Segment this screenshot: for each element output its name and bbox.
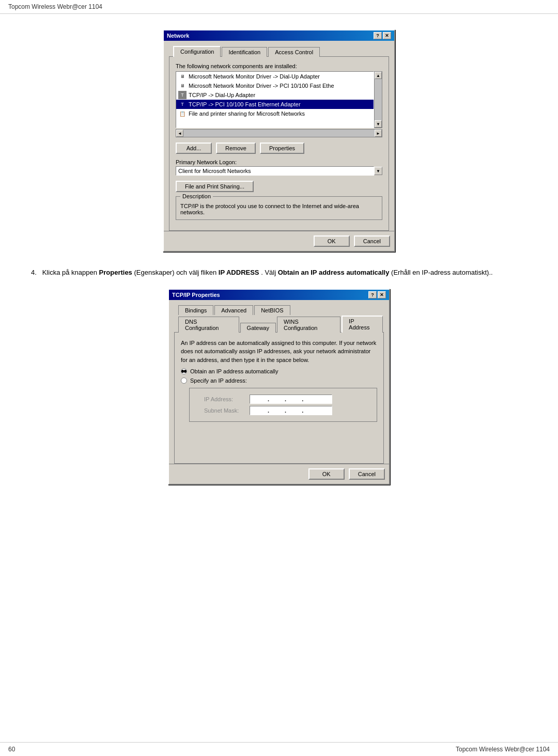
tcp-icon-selected: T	[178, 100, 187, 108]
subnet-mask-row: Subnet Mask: . . .	[204, 406, 373, 415]
action-buttons-row: Add... Remove Properties	[176, 143, 382, 154]
horizontal-scrollbar-area: ◄ ►	[176, 129, 382, 137]
radio-specify-row: Specify an IP address:	[181, 377, 377, 384]
scroll-left[interactable]: ◄	[176, 130, 183, 137]
tcpip-tab-row1: Bindings Advanced NetBIOS	[174, 305, 384, 315]
ip-seg1[interactable]	[252, 396, 268, 402]
subnet-seg3[interactable]	[286, 407, 302, 414]
step-intro: Klicka på knappen	[42, 269, 99, 276]
subnet-mask-label: Subnet Mask:	[204, 407, 245, 414]
network-title: Network	[167, 33, 189, 39]
subnet-mask-field[interactable]: . . .	[250, 406, 332, 415]
tcpip-help-button[interactable]: ?	[368, 291, 377, 298]
spacer	[181, 426, 377, 457]
ip-seg2[interactable]	[269, 396, 285, 402]
tab-ip-address[interactable]: IP Address	[342, 316, 383, 333]
ok-button[interactable]: OK	[314, 235, 350, 247]
tcpip-tab-row2: DNS Configuration Gateway WINS Configura…	[174, 316, 384, 333]
network-dialog-footer: OK Cancel	[164, 231, 394, 251]
tcpip-dialog: TCP/IP Properties ? ✕ Bindings Advanced	[168, 289, 390, 485]
ip-address-label: IP Address:	[204, 396, 245, 402]
subnet-seg2[interactable]	[269, 407, 285, 414]
tcpip-titlebar: TCP/IP Properties ? ✕	[169, 290, 389, 300]
network-dialog: Network ? ✕ Configuration Identification	[163, 29, 395, 252]
monitor-icon: 🖥	[178, 72, 187, 81]
tab-dns[interactable]: DNS Configuration	[178, 317, 239, 333]
tcpip-ok-button[interactable]: OK	[308, 468, 345, 480]
tab-configuration[interactable]: Configuration	[173, 46, 221, 57]
properties-button[interactable]: Properties	[260, 143, 304, 154]
subnet-seg1[interactable]	[252, 407, 268, 414]
ip-address-row: IP Address: . . .	[204, 395, 373, 404]
tcpip-cancel-button[interactable]: Cancel	[349, 468, 385, 480]
radio-specify-label: Specify an IP address:	[190, 377, 247, 384]
description-groupbox: Description TCP/IP is the protocol you u…	[176, 196, 382, 220]
remove-button[interactable]: Remove	[216, 143, 256, 154]
tcpip-title: TCP/IP Properties	[172, 292, 220, 298]
ip-seg3[interactable]	[286, 396, 302, 402]
tab-advanced[interactable]: Advanced	[214, 305, 253, 315]
file-print-sharing-button[interactable]: File and Print Sharing...	[176, 181, 254, 192]
list-item-text: Microsoft Network Monitor Driver -> Dial…	[189, 73, 320, 80]
scroll-h-track[interactable]	[183, 130, 375, 137]
help-button[interactable]: ?	[374, 32, 382, 39]
tab-identification[interactable]: Identification	[222, 47, 267, 57]
share-icon: 📋	[178, 109, 187, 118]
tab-gateway[interactable]: Gateway	[240, 323, 276, 333]
scroll-right[interactable]: ►	[375, 130, 382, 137]
list-item-text: TCP/IP -> PCI 10/100 Fast Ethernet Adapt…	[189, 101, 301, 107]
cancel-button[interactable]: Cancel	[354, 235, 390, 247]
network-tab-content: The following network components are ins…	[169, 56, 389, 231]
step-text4: (Erhåll en IP-adress automatiskt)..	[391, 269, 493, 276]
dropdown-arrow[interactable]: ▼	[374, 167, 382, 175]
scroll-track[interactable]	[375, 79, 382, 120]
step-text2: (Egenskaper) och välj fliken	[134, 269, 218, 276]
radio-obtain-auto-label: Obtain an IP address automatically	[190, 368, 278, 374]
footer-page-number: 60	[8, 746, 15, 753]
list-item-selected[interactable]: T TCP/IP -> PCI 10/100 Fast Ethernet Ada…	[176, 100, 374, 109]
ip-address-field[interactable]: . . .	[250, 395, 332, 404]
description-label: Description	[180, 193, 213, 199]
primary-logon-label: Primary Network Logon:	[176, 159, 382, 165]
scroll-up[interactable]: ▲	[375, 72, 382, 79]
radio-obtain-auto-row: Obtain an IP address automatically	[181, 368, 377, 374]
step-bold2: IP ADDRESS	[219, 269, 259, 276]
list-item[interactable]: 📋 File and printer sharing for Microsoft…	[176, 109, 374, 118]
components-listbox[interactable]: 🖥 Microsoft Network Monitor Driver -> Di…	[176, 71, 374, 128]
list-item[interactable]: 🖥 Microsoft Network Monitor Driver -> PC…	[176, 81, 374, 90]
step-number: 4.	[31, 269, 37, 276]
close-button[interactable]: ✕	[383, 32, 391, 39]
list-item[interactable]: 🖥 Microsoft Network Monitor Driver -> Di…	[176, 72, 374, 81]
tcp-icon: T	[178, 91, 187, 99]
specify-groupbox: IP Address: . . .	[189, 388, 377, 422]
titlebar-buttons: ? ✕	[374, 32, 391, 39]
tab-bindings[interactable]: Bindings	[178, 305, 213, 315]
network-tab-row: Configuration Identification Access Cont…	[169, 46, 389, 57]
radio-obtain-auto[interactable]	[181, 368, 187, 374]
list-item[interactable]: T TCP/IP -> Dial-Up Adapter	[176, 90, 374, 100]
ip-seg4[interactable]	[303, 396, 319, 402]
monitor-icon: 🖥	[178, 82, 187, 90]
step4-text: 4. Klicka på knappen Properties (Egenska…	[31, 267, 527, 278]
tcpip-close-button[interactable]: ✕	[378, 291, 386, 298]
network-titlebar: Network ? ✕	[164, 30, 394, 41]
add-button[interactable]: Add...	[176, 143, 212, 154]
horizontal-scrollbar[interactable]: ◄ ►	[176, 129, 382, 137]
description-text: TCP/IP is the protocol you use to connec…	[180, 203, 378, 215]
dropdown-value: Client for Microsoft Networks	[178, 168, 251, 174]
radio-specify[interactable]	[181, 377, 187, 384]
components-list-area: 🖥 Microsoft Network Monitor Driver -> Di…	[176, 71, 382, 128]
subnet-seg4[interactable]	[303, 407, 319, 414]
scroll-down[interactable]: ▼	[375, 120, 382, 128]
tcpip-info-text: An IP address can be automatically assig…	[181, 339, 377, 365]
tab-access-control[interactable]: Access Control	[268, 47, 320, 57]
primary-logon-row: Client for Microsoft Networks ▼	[176, 166, 382, 176]
tcpip-titlebar-buttons: ? ✕	[368, 291, 386, 298]
primary-logon-dropdown[interactable]: Client for Microsoft Networks	[176, 166, 374, 176]
list-item-text: File and printer sharing for Microsoft N…	[189, 111, 305, 117]
vertical-scrollbar[interactable]: ▲ ▼	[374, 71, 382, 128]
tab-netbios[interactable]: NetBIOS	[254, 305, 290, 315]
tab-wins[interactable]: WINS Configuration	[277, 317, 340, 333]
file-print-sharing-row: File and Print Sharing...	[176, 181, 382, 192]
list-item-text: Microsoft Network Monitor Driver -> PCI …	[189, 83, 334, 89]
